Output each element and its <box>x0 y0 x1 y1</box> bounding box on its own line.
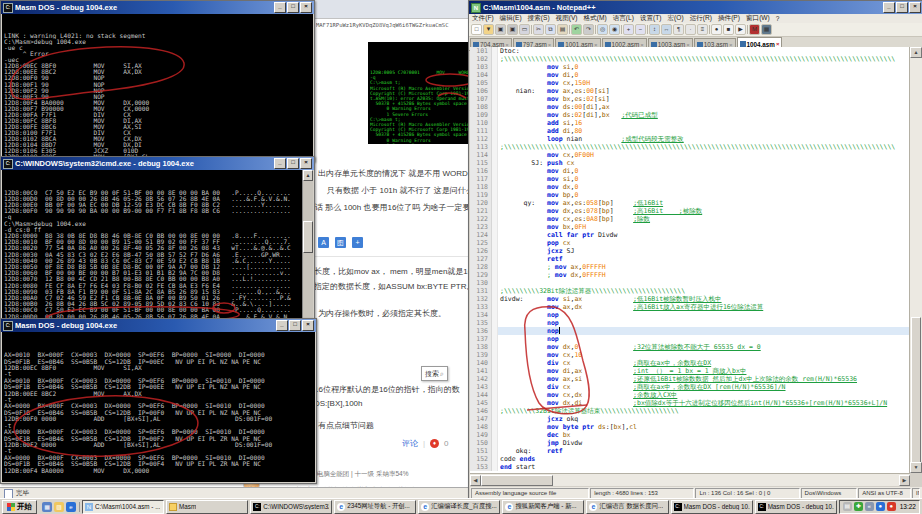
close-button[interactable]: × <box>302 320 314 331</box>
taskbar-button[interactable]: C:\WINDOWS\system32... <box>250 500 332 514</box>
scroll-down-icon[interactable]: ▼ <box>910 462 922 473</box>
stop-macro-icon[interactable]: ■ <box>723 24 734 35</box>
maximize-button[interactable]: □ <box>287 158 299 169</box>
save-all-icon[interactable]: ▣ <box>507 24 518 35</box>
taskbar-button[interactable]: 搜狐新闻客户端 - 新... <box>502 500 584 514</box>
menu-item[interactable]: 窗口(W) <box>743 14 773 23</box>
minimize-button[interactable]: _ <box>276 320 288 331</box>
window-titlebar[interactable]: C:\WINDOWS\system32\cmd.exe - debug 1004… <box>1 157 314 170</box>
console-scrollbar[interactable]: ▲ <box>302 170 313 322</box>
scroll-left-icon[interactable]: ◀ <box>470 475 481 486</box>
scro ll-up-icon[interactable]: ▲ <box>303 170 313 181</box>
scrollbar-thumb[interactable] <box>303 221 313 253</box>
zoom-out-icon[interactable]: − <box>635 24 646 35</box>
replace-icon[interactable]: ◉ <box>609 24 620 35</box>
zoom-in-icon[interactable]: + <box>623 24 634 35</box>
minimize-button[interactable]: _ <box>274 2 286 13</box>
menu-item[interactable]: 搜索(S) <box>525 14 553 23</box>
menu-item[interactable]: 设置(T) <box>637 14 665 23</box>
taskbar-button[interactable]: Masm <box>166 500 248 514</box>
separator[interactable] <box>647 25 648 34</box>
separator[interactable] <box>747 25 748 34</box>
scrollbar-thumb[interactable] <box>481 475 553 486</box>
window-titlebar[interactable]: Masm DOS - debug 1004.exe _ □ × <box>1 319 316 332</box>
indent-guide-icon[interactable]: ≡ <box>697 24 708 35</box>
minimize-button[interactable]: _ <box>883 2 895 13</box>
taskbar-button[interactable]: C:\Masm\1004.asm - ... <box>82 500 164 514</box>
menu-item[interactable]: 语言(L) <box>610 14 637 23</box>
separator[interactable] <box>531 25 532 34</box>
antivirus-icon[interactable]: ✚ <box>854 502 863 511</box>
add-more-icon[interactable]: + <box>352 237 363 248</box>
maximize-button[interactable]: □ <box>896 2 908 13</box>
doc-monitor-icon[interactable]: M <box>749 24 760 35</box>
like-icon[interactable]: ♦ <box>430 439 439 448</box>
copy-icon[interactable]: ⧉ <box>545 24 556 35</box>
close-button[interactable]: × <box>909 2 921 13</box>
scrollbar-thumb[interactable] <box>911 317 921 464</box>
menu-item[interactable]: 格式(M) <box>581 14 610 23</box>
folder-icon[interactable]: ▨ <box>54 502 64 512</box>
minimize-button[interactable]: _ <box>274 158 286 169</box>
line-number: 111 <box>470 127 492 135</box>
menu-item[interactable]: 运行(R) <box>687 14 715 23</box>
close-button[interactable]: × <box>300 158 312 169</box>
menu-item[interactable]: 编辑(E) <box>497 14 525 23</box>
open-file-icon[interactable]: ▼ <box>483 24 494 35</box>
maximize-button[interactable]: □ <box>287 2 299 13</box>
separator[interactable] <box>621 25 622 34</box>
menu-item[interactable]: 插件(P) <box>715 14 743 23</box>
horizontal-scrollbar[interactable]: ◀ ▶ <box>470 473 910 486</box>
redo-icon[interactable]: ↷ <box>583 24 594 35</box>
taskbar-button[interactable]: Masm DOS - debug 10... <box>755 500 837 514</box>
record-macro-icon[interactable]: ● <box>711 24 722 35</box>
taskbar-button[interactable]: 2345网址导航 - 开创... <box>334 500 416 514</box>
print-icon[interactable]: ▭ <box>519 24 530 35</box>
play-macro-icon[interactable]: ▶ <box>735 24 746 35</box>
word-wrap-icon[interactable]: ¶ <box>673 24 684 35</box>
vertical-scrollbar[interactable]: ▲ ▼ <box>909 47 922 473</box>
close-button[interactable]: × <box>300 2 312 13</box>
paste-icon[interactable]: ▤ <box>557 24 568 35</box>
cut-icon[interactable]: ✂ <box>533 24 544 35</box>
start-button[interactable]: 开始 <box>2 500 37 514</box>
show-all-chars-icon[interactable]: · <box>685 24 696 35</box>
window-titlebar[interactable]: Masm DOS - debug 1004.exe _ □ × <box>1 1 314 14</box>
search-tooltip[interactable]: 搜索 ⌕ <box>421 366 448 381</box>
insert-image-icon[interactable]: 图 <box>335 237 346 248</box>
menu-item[interactable]: ? <box>773 15 783 22</box>
save-icon[interactable]: ▣ <box>495 24 506 35</box>
sync-horizontal-icon[interactable]: ↔ <box>661 24 672 35</box>
collapse-arrow-icon[interactable]: « <box>865 502 874 511</box>
window-titlebar[interactable]: C:\Masm\1004.asm - Notepad++ _ □ × <box>469 1 922 14</box>
qq-icon[interactable]: ● <box>876 502 885 511</box>
sync-vertical-icon[interactable]: ↕ <box>649 24 660 35</box>
scroll-right-icon[interactable]: ▶ <box>899 475 910 486</box>
scroll-up-icon[interactable]: ▲ <box>910 47 922 58</box>
menu-item[interactable]: 文件(F) <box>469 14 497 23</box>
undo-icon[interactable]: ↶ <box>571 24 582 35</box>
maximize-button[interactable]: □ <box>289 320 301 331</box>
show-desktop-icon[interactable]: ▦ <box>42 502 52 512</box>
comment-link[interactable]: 评论 <box>402 438 418 449</box>
separator[interactable] <box>709 25 710 34</box>
view-in-browser-icon[interactable]: ▦ <box>761 24 772 35</box>
security-icon[interactable]: ● <box>887 502 896 511</box>
console-output[interactable]: AX=0010 BX=000F CX=0003 DX=0000 SP=0EF6 … <box>2 332 315 482</box>
code-editor[interactable]: 101 Dtoc: 102 ;\\\\\\\\\\\\\\\\\\\\\\\\\… <box>470 47 910 473</box>
new-file-icon[interactable]: □ <box>471 24 482 35</box>
console-output[interactable]: LINK : warning L4021: no stack segmentC:… <box>2 14 313 160</box>
taskbar-button[interactable]: Masm DOS - debug 10... <box>671 500 753 514</box>
clock[interactable]: 13:22 <box>898 503 916 510</box>
ie-icon[interactable]: e <box>66 502 76 512</box>
menu-item[interactable]: 视图(V) <box>553 14 581 23</box>
find-icon[interactable]: ◎ <box>597 24 608 35</box>
printer-icon[interactable]: ▤ <box>843 502 852 511</box>
taskbar-button[interactable]: 汇编语言 数据长度问... <box>586 500 668 514</box>
console-output[interactable]: 12D8:00C0 C7 50 E2 EC B9 00 0F 51-BF 00 … <box>2 170 303 322</box>
separator[interactable] <box>569 25 570 34</box>
font-format-icon[interactable]: A <box>318 237 329 248</box>
taskbar-button[interactable]: 汇编编译长度_百度搜... <box>418 500 500 514</box>
separator[interactable] <box>595 25 596 34</box>
menu-item[interactable]: 宏(O) <box>665 14 687 23</box>
